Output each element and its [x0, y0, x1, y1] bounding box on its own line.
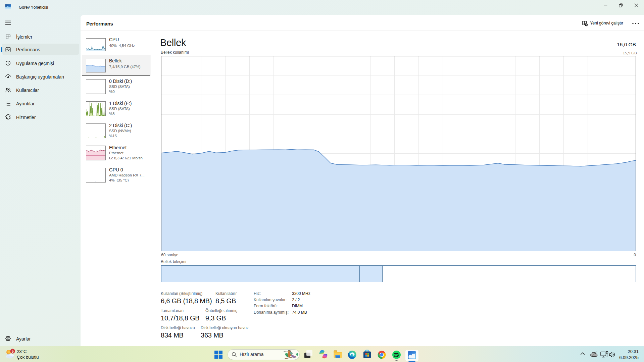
svg-text:5: 5	[12, 349, 14, 353]
